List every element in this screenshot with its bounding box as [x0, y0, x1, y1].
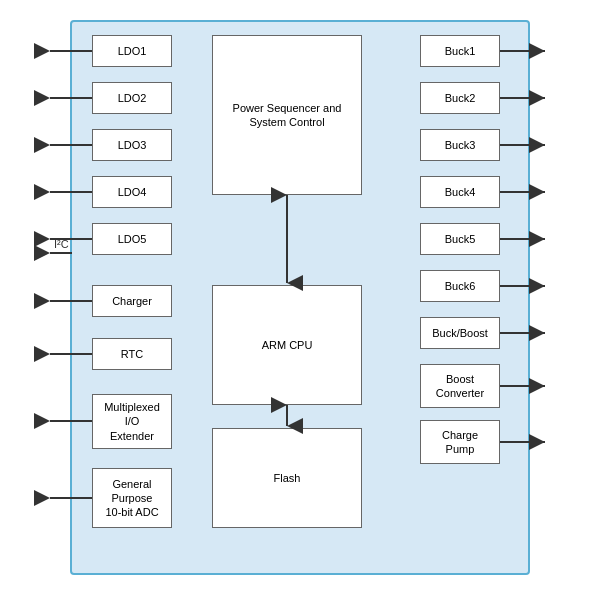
flash-block: Flash: [212, 428, 362, 528]
ldo5-block: LDO5: [92, 223, 172, 255]
i2c-label: I²C: [54, 238, 69, 250]
charge-pump-block: ChargePump: [420, 420, 500, 464]
buck4-block: Buck4: [420, 176, 500, 208]
buck2-block: Buck2: [420, 82, 500, 114]
ldo3-block: LDO3: [92, 129, 172, 161]
arm-cpu-block: ARM CPU: [212, 285, 362, 405]
buck5-block: Buck5: [420, 223, 500, 255]
ldo1-block: LDO1: [92, 35, 172, 67]
boost-converter-block: BoostConverter: [420, 364, 500, 408]
rtc-block: RTC: [92, 338, 172, 370]
gp-adc-block: GeneralPurpose10-bit ADC: [92, 468, 172, 528]
buck1-block: Buck1: [420, 35, 500, 67]
diagram-container: LDO1 LDO2 LDO3 LDO4 LDO5 Charger RTC Mul…: [0, 0, 600, 599]
ldo4-block: LDO4: [92, 176, 172, 208]
buck3-block: Buck3: [420, 129, 500, 161]
buck6-block: Buck6: [420, 270, 500, 302]
buck-boost-block: Buck/Boost: [420, 317, 500, 349]
power-sequencer-block: Power Sequencer andSystem Control: [212, 35, 362, 195]
charger-block: Charger: [92, 285, 172, 317]
mux-io-block: MultiplexedI/OExtender: [92, 394, 172, 449]
ldo2-block: LDO2: [92, 82, 172, 114]
